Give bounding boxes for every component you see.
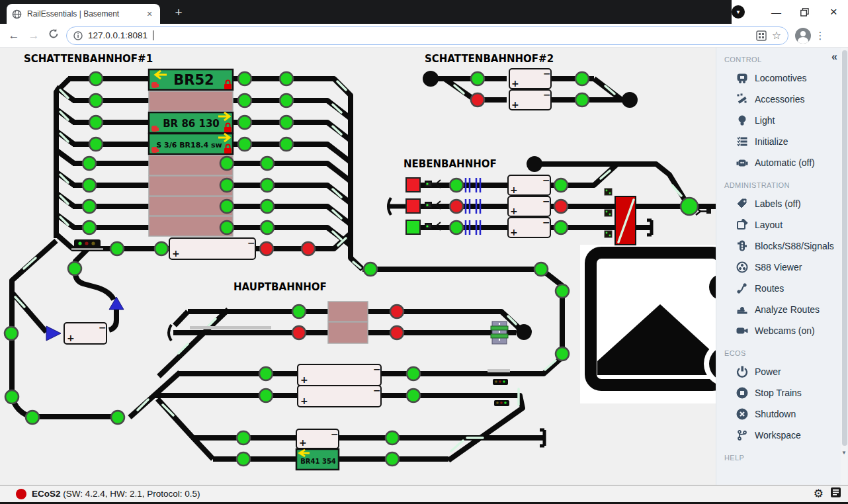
restore-button[interactable] <box>790 0 819 24</box>
signal-green[interactable] <box>237 431 250 444</box>
block-occupied[interactable] <box>149 91 233 111</box>
square-signal-red[interactable] <box>406 199 420 213</box>
signal-green[interactable] <box>155 242 168 255</box>
signal-green[interactable] <box>261 200 274 213</box>
signal-green[interactable] <box>220 179 233 192</box>
signal-green[interactable] <box>407 389 420 402</box>
block-free[interactable]: −+ <box>508 217 550 237</box>
signal-green[interactable] <box>5 327 18 340</box>
signal-green[interactable] <box>110 242 124 255</box>
sidebar-item-routes[interactable]: Routes <box>716 278 848 299</box>
sidebar-item-automatic[interactable]: Automatic (off) <box>716 152 848 173</box>
signal-green[interactable] <box>89 72 103 85</box>
signal-green[interactable] <box>386 452 399 466</box>
settings-gear-icon[interactable]: ⚙ <box>814 487 824 501</box>
block-free[interactable]: −+ <box>296 429 339 448</box>
signal-green[interactable] <box>364 263 377 276</box>
signal-green[interactable] <box>220 200 233 213</box>
signal-green[interactable] <box>534 263 548 276</box>
browser-update-badge-icon[interactable]: ▼ <box>732 5 745 19</box>
block-free[interactable]: −+ <box>298 364 381 386</box>
signal-green[interactable] <box>386 431 399 444</box>
signal-green[interactable] <box>83 157 96 170</box>
block-occupied[interactable] <box>328 322 368 343</box>
signal-green[interactable] <box>220 221 233 234</box>
signal-green[interactable] <box>261 179 274 192</box>
signal-red[interactable] <box>471 93 484 106</box>
close-window-button[interactable]: × <box>820 0 848 24</box>
forward-button[interactable]: → <box>24 29 44 42</box>
sidebar-item-shutdown[interactable]: Shutdown <box>716 403 848 425</box>
sidebar-item-webcams[interactable]: Webcams (on) <box>716 320 848 341</box>
sidebar-item-initialize[interactable]: Initialize <box>716 131 848 152</box>
block-br86[interactable]: BR 86 130 <box>149 112 233 133</box>
signal-green[interactable] <box>556 284 569 298</box>
direction-arrow-right[interactable] <box>46 326 61 341</box>
signal-green[interactable] <box>26 411 39 424</box>
browser-tab[interactable]: RailEssentials | Basement × <box>7 4 160 24</box>
block-free[interactable]: −+ <box>169 237 255 259</box>
scrollbar-thumb[interactable] <box>842 50 847 446</box>
signal-green[interactable] <box>5 390 19 403</box>
sidebar-item-accessories[interactable]: Accessories <box>716 89 848 110</box>
signal-green[interactable] <box>280 116 293 129</box>
gate-element[interactable] <box>491 321 508 344</box>
sidebar-item-s88-viewer[interactable]: S88 Viewer <box>716 257 848 278</box>
block-free[interactable]: −+ <box>64 322 106 344</box>
signal-green[interactable] <box>575 72 589 85</box>
signal-green[interactable] <box>111 411 124 424</box>
signal-green[interactable] <box>238 138 251 151</box>
signal-green[interactable] <box>238 94 251 107</box>
signal-green[interactable] <box>259 389 273 402</box>
signal-green[interactable] <box>238 72 251 85</box>
block-s36[interactable]: S 3/6 BR18.4 sw <box>149 134 233 154</box>
sidebar-item-light[interactable]: Light <box>716 110 848 131</box>
block-free[interactable]: −+ <box>508 175 550 195</box>
signal-green[interactable] <box>554 221 568 234</box>
signal-red[interactable] <box>390 305 403 318</box>
sidebar-item-locomotives[interactable]: Locomotives <box>716 67 848 89</box>
sidebar-item-power[interactable]: Power <box>716 361 848 382</box>
signal-green[interactable] <box>450 179 463 192</box>
signal-green[interactable] <box>237 452 250 466</box>
signal-green[interactable] <box>280 138 293 151</box>
signal-green[interactable] <box>471 72 484 85</box>
signal-green[interactable] <box>68 262 81 275</box>
minimize-button[interactable]: — <box>762 0 790 24</box>
signal-red[interactable] <box>554 200 568 213</box>
block-br41[interactable]: BR41 354 <box>296 449 339 470</box>
sidebar-item-blocks-s88-signals[interactable]: Blocks/S88/Signals <box>716 235 848 257</box>
block-free[interactable]: −+ <box>509 68 551 89</box>
signal-green[interactable] <box>556 347 569 360</box>
signal-green[interactable] <box>554 179 568 192</box>
signal-green[interactable] <box>220 157 233 170</box>
sidebar-item-workspace[interactable]: Workspace <box>716 425 848 446</box>
signal-red[interactable] <box>302 242 315 255</box>
sidebar-item-stop-trains[interactable]: Stop Trains <box>716 382 848 403</box>
signal-green[interactable] <box>259 367 273 380</box>
browser-menu-icon[interactable]: ⋮ <box>811 30 829 42</box>
tab-close-icon[interactable]: × <box>144 9 155 19</box>
signal-green[interactable] <box>261 157 274 170</box>
reload-button[interactable] <box>44 28 64 42</box>
signal-green[interactable] <box>575 93 589 106</box>
signal-green[interactable] <box>238 116 251 129</box>
block-free[interactable]: −+ <box>509 89 551 110</box>
sidebar-item-analyze-routes[interactable]: Analyze Routes <box>716 299 848 320</box>
signal-lamp-box[interactable] <box>71 239 103 250</box>
crossing-red-block[interactable] <box>615 196 636 245</box>
back-button[interactable]: ← <box>4 29 24 42</box>
profile-avatar[interactable] <box>795 28 811 44</box>
bookmark-star-icon[interactable]: ☆ <box>772 29 781 42</box>
signal-green[interactable] <box>89 138 103 151</box>
signal-green[interactable] <box>280 94 293 107</box>
square-signal-green[interactable] <box>406 220 420 234</box>
log-document-icon[interactable] <box>830 487 841 501</box>
signal-red[interactable] <box>260 242 273 255</box>
signal-lamp-box[interactable] <box>493 379 508 385</box>
signal-red[interactable] <box>390 326 403 339</box>
signal-green[interactable] <box>450 221 463 234</box>
square-signal-red[interactable] <box>406 178 420 192</box>
signal-green[interactable] <box>83 179 96 192</box>
signal-green[interactable] <box>407 367 420 380</box>
